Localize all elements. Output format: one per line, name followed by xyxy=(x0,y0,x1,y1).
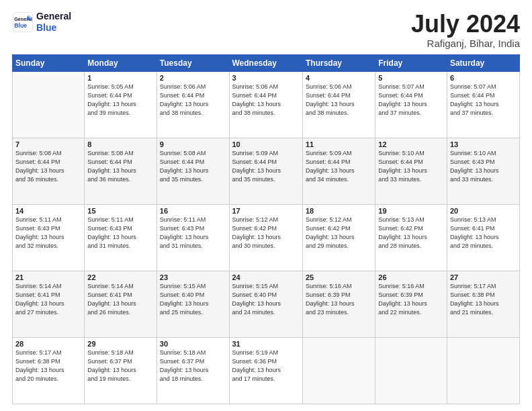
day-info: Sunrise: 5:10 AM Sunset: 6:43 PM Dayligh… xyxy=(450,149,517,184)
calendar-cell: 30Sunrise: 5:18 AM Sunset: 6:37 PM Dayli… xyxy=(157,337,229,404)
header-day-wednesday: Wednesday xyxy=(229,54,302,71)
header-day-tuesday: Tuesday xyxy=(157,54,229,71)
logo-icon: General Blue xyxy=(12,11,34,33)
day-number: 26 xyxy=(378,273,444,281)
day-number: 4 xyxy=(306,74,372,82)
day-info: Sunrise: 5:17 AM Sunset: 6:38 PM Dayligh… xyxy=(15,349,81,383)
page-header: General Blue General Blue July 2024 Rafi… xyxy=(12,11,520,49)
svg-text:Blue: Blue xyxy=(14,22,27,29)
day-info: Sunrise: 5:07 AM Sunset: 6:44 PM Dayligh… xyxy=(450,83,517,118)
calendar-cell: 7Sunrise: 5:08 AM Sunset: 6:44 PM Daylig… xyxy=(13,138,85,204)
week-row-2: 7Sunrise: 5:08 AM Sunset: 6:44 PM Daylig… xyxy=(13,138,520,204)
day-number: 2 xyxy=(160,74,226,82)
calendar-cell: 17Sunrise: 5:12 AM Sunset: 6:42 PM Dayli… xyxy=(229,204,302,271)
day-info: Sunrise: 5:15 AM Sunset: 6:40 PM Dayligh… xyxy=(160,282,226,317)
day-number: 1 xyxy=(87,74,153,82)
day-info: Sunrise: 5:08 AM Sunset: 6:44 PM Dayligh… xyxy=(87,149,153,184)
calendar-cell: 24Sunrise: 5:15 AM Sunset: 6:40 PM Dayli… xyxy=(229,271,302,337)
day-info: Sunrise: 5:07 AM Sunset: 6:44 PM Dayligh… xyxy=(378,83,444,118)
header-row: SundayMondayTuesdayWednesdayThursdayFrid… xyxy=(13,54,520,71)
day-number: 23 xyxy=(160,273,226,281)
day-number: 15 xyxy=(87,207,153,215)
calendar-cell: 9Sunrise: 5:08 AM Sunset: 6:44 PM Daylig… xyxy=(157,138,229,204)
day-info: Sunrise: 5:16 AM Sunset: 6:39 PM Dayligh… xyxy=(378,282,444,317)
day-number: 12 xyxy=(378,140,444,148)
calendar-cell: 31Sunrise: 5:19 AM Sunset: 6:36 PM Dayli… xyxy=(229,337,302,404)
day-number: 18 xyxy=(306,207,372,215)
day-info: Sunrise: 5:06 AM Sunset: 6:44 PM Dayligh… xyxy=(306,83,372,118)
calendar-cell: 18Sunrise: 5:12 AM Sunset: 6:42 PM Dayli… xyxy=(302,204,375,271)
week-row-3: 14Sunrise: 5:11 AM Sunset: 6:43 PM Dayli… xyxy=(13,204,520,271)
day-info: Sunrise: 5:18 AM Sunset: 6:37 PM Dayligh… xyxy=(160,349,226,383)
week-row-4: 21Sunrise: 5:14 AM Sunset: 6:41 PM Dayli… xyxy=(13,271,520,337)
day-number: 13 xyxy=(450,140,517,148)
calendar-cell: 6Sunrise: 5:07 AM Sunset: 6:44 PM Daylig… xyxy=(447,71,519,138)
calendar-cell: 5Sunrise: 5:07 AM Sunset: 6:44 PM Daylig… xyxy=(375,71,447,138)
title-block: July 2024 Rafiganj, Bihar, India xyxy=(411,11,520,49)
day-info: Sunrise: 5:06 AM Sunset: 6:44 PM Dayligh… xyxy=(232,83,300,118)
day-info: Sunrise: 5:12 AM Sunset: 6:42 PM Dayligh… xyxy=(232,216,300,250)
day-info: Sunrise: 5:08 AM Sunset: 6:44 PM Dayligh… xyxy=(160,149,226,184)
calendar-cell: 26Sunrise: 5:16 AM Sunset: 6:39 PM Dayli… xyxy=(375,271,447,337)
week-row-1: 1Sunrise: 5:05 AM Sunset: 6:44 PM Daylig… xyxy=(13,71,520,138)
day-info: Sunrise: 5:09 AM Sunset: 6:44 PM Dayligh… xyxy=(232,149,300,184)
calendar-cell: 22Sunrise: 5:14 AM Sunset: 6:41 PM Dayli… xyxy=(85,271,157,337)
calendar-cell: 21Sunrise: 5:14 AM Sunset: 6:41 PM Dayli… xyxy=(13,271,85,337)
day-info: Sunrise: 5:08 AM Sunset: 6:44 PM Dayligh… xyxy=(15,149,81,184)
day-number: 28 xyxy=(15,340,81,348)
day-info: Sunrise: 5:09 AM Sunset: 6:44 PM Dayligh… xyxy=(306,149,372,184)
subtitle: Rafiganj, Bihar, India xyxy=(411,38,520,49)
day-number: 24 xyxy=(232,273,300,281)
day-number: 21 xyxy=(15,273,81,281)
calendar-cell: 19Sunrise: 5:13 AM Sunset: 6:42 PM Dayli… xyxy=(375,204,447,271)
calendar-cell xyxy=(375,337,447,404)
day-number: 27 xyxy=(450,273,517,281)
day-number: 31 xyxy=(232,340,300,348)
day-info: Sunrise: 5:18 AM Sunset: 6:37 PM Dayligh… xyxy=(87,349,153,383)
calendar-cell: 4Sunrise: 5:06 AM Sunset: 6:44 PM Daylig… xyxy=(302,71,375,138)
header-day-thursday: Thursday xyxy=(302,54,375,71)
week-row-5: 28Sunrise: 5:17 AM Sunset: 6:38 PM Dayli… xyxy=(13,337,520,404)
day-info: Sunrise: 5:19 AM Sunset: 6:36 PM Dayligh… xyxy=(232,349,300,383)
logo: General Blue General Blue xyxy=(12,11,71,34)
day-number: 9 xyxy=(160,140,226,148)
calendar-cell xyxy=(13,71,85,138)
calendar-cell: 20Sunrise: 5:13 AM Sunset: 6:41 PM Dayli… xyxy=(447,204,519,271)
logo-general: General xyxy=(36,11,71,22)
day-number: 14 xyxy=(15,207,81,215)
header-day-monday: Monday xyxy=(85,54,157,71)
day-number: 6 xyxy=(450,74,517,82)
day-info: Sunrise: 5:13 AM Sunset: 6:41 PM Dayligh… xyxy=(450,216,517,250)
day-number: 20 xyxy=(450,207,517,215)
day-number: 22 xyxy=(87,273,153,281)
day-info: Sunrise: 5:11 AM Sunset: 6:43 PM Dayligh… xyxy=(160,216,226,250)
day-number: 8 xyxy=(87,140,153,148)
calendar-cell: 29Sunrise: 5:18 AM Sunset: 6:37 PM Dayli… xyxy=(85,337,157,404)
header-day-sunday: Sunday xyxy=(13,54,85,71)
day-info: Sunrise: 5:05 AM Sunset: 6:44 PM Dayligh… xyxy=(87,83,153,118)
logo-blue: Blue xyxy=(36,22,71,34)
day-info: Sunrise: 5:14 AM Sunset: 6:41 PM Dayligh… xyxy=(87,282,153,317)
day-info: Sunrise: 5:13 AM Sunset: 6:42 PM Dayligh… xyxy=(378,216,444,250)
calendar-cell: 28Sunrise: 5:17 AM Sunset: 6:38 PM Dayli… xyxy=(13,337,85,404)
day-number: 10 xyxy=(232,140,300,148)
day-number: 16 xyxy=(160,207,226,215)
day-number: 19 xyxy=(378,207,444,215)
calendar-cell: 13Sunrise: 5:10 AM Sunset: 6:43 PM Dayli… xyxy=(447,138,519,204)
calendar-cell: 15Sunrise: 5:11 AM Sunset: 6:43 PM Dayli… xyxy=(85,204,157,271)
day-number: 17 xyxy=(232,207,300,215)
day-number: 30 xyxy=(160,340,226,348)
day-number: 3 xyxy=(232,74,300,82)
calendar-cell: 11Sunrise: 5:09 AM Sunset: 6:44 PM Dayli… xyxy=(302,138,375,204)
calendar-cell: 8Sunrise: 5:08 AM Sunset: 6:44 PM Daylig… xyxy=(85,138,157,204)
calendar-cell: 23Sunrise: 5:15 AM Sunset: 6:40 PM Dayli… xyxy=(157,271,229,337)
main-title: July 2024 xyxy=(411,11,520,38)
calendar-cell: 10Sunrise: 5:09 AM Sunset: 6:44 PM Dayli… xyxy=(229,138,302,204)
calendar-cell: 25Sunrise: 5:16 AM Sunset: 6:39 PM Dayli… xyxy=(302,271,375,337)
day-info: Sunrise: 5:11 AM Sunset: 6:43 PM Dayligh… xyxy=(15,216,81,250)
day-info: Sunrise: 5:11 AM Sunset: 6:43 PM Dayligh… xyxy=(87,216,153,250)
calendar-cell xyxy=(447,337,519,404)
calendar-cell: 2Sunrise: 5:06 AM Sunset: 6:44 PM Daylig… xyxy=(157,71,229,138)
day-number: 11 xyxy=(306,140,372,148)
calendar-cell: 27Sunrise: 5:17 AM Sunset: 6:38 PM Dayli… xyxy=(447,271,519,337)
